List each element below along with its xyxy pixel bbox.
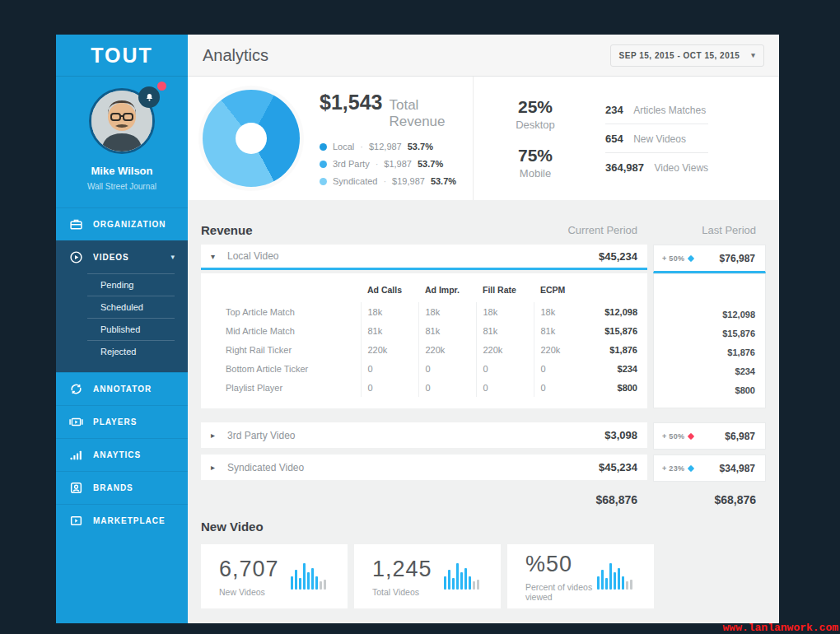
change-percent: + 50% (662, 254, 684, 263)
sidebar-group-videos: VIDEOS ▾ Pending Scheduled Published Rej… (56, 240, 188, 372)
detail-last-period-panel: $12,098 $15,876 $1,876 $234 $800 (653, 273, 766, 408)
new-video-section: New Video 6,707 New Videos (188, 515, 779, 608)
col-fill-rate: Fill Rate (476, 278, 534, 302)
3rd-party-last-period: + 50% $6,987 (653, 422, 766, 450)
trend-down-icon (688, 432, 694, 439)
sidebar-subitem-pending[interactable]: Pending (87, 273, 175, 296)
page-title: Analytics (203, 46, 268, 65)
main-area: Analytics SEP 15, 2015 - OCT 15, 2015 ▾ … (188, 35, 779, 623)
chevron-right-icon: ▸ (211, 431, 227, 440)
outer-frame: TOUT (0, 0, 840, 634)
sidebar-subitem-scheduled[interactable]: Scheduled (87, 296, 175, 318)
date-range-picker[interactable]: SEP 15, 2015 - OCT 15, 2015 ▾ (610, 44, 764, 67)
last-period-value: $12,098 (654, 305, 755, 324)
mobile-label: Mobile (474, 167, 597, 179)
table-row: Top Article Match 18k 18k 18k 18k $12,09… (226, 302, 637, 321)
revenue-overview: $1,543 Total Revenue Local · $12,987 53.… (188, 77, 474, 200)
play-circle-icon (69, 250, 83, 264)
local-video-row[interactable]: ▾ Local Video $45,234 (201, 245, 647, 270)
sidebar-subitem-rejected[interactable]: Rejected (87, 340, 175, 362)
notification-badge (156, 80, 168, 92)
table-row: Right Rail Ticker 220k 220k 220k 220k $1… (226, 340, 637, 359)
chevron-down-icon: ▾ (751, 51, 755, 59)
legend-dot-3rd-party (320, 161, 327, 168)
desktop-percent: 25% (474, 97, 597, 117)
overview-panel: $1,543 Total Revenue Local · $12,987 53.… (188, 77, 779, 200)
col-ad-calls: Ad Calls (361, 278, 418, 302)
legend-item: 3rd Party · $1,987 53.7% (320, 159, 473, 169)
sidebar-item-annotator[interactable]: ANNOTATOR (56, 372, 188, 405)
marketplace-icon (69, 514, 83, 528)
logo-area[interactable]: TOUT (56, 35, 188, 77)
revenue-group-3rd-party: ▸ 3rd Party Video $3,098 + 50% $6,987 (201, 422, 766, 450)
top-header: Analytics SEP 15, 2015 - OCT 15, 2015 ▾ (188, 35, 779, 77)
last-period-header: Last Period (653, 224, 766, 236)
3rd-party-last-value: $6,987 (725, 431, 755, 442)
syndicated-video-row[interactable]: ▸ Syndicated Video $45,234 (201, 455, 647, 480)
col-ad-impr: Ad Impr. (418, 278, 476, 302)
current-period-header: Current Period (567, 224, 647, 236)
table-row: Playlist Player 0 0 0 0 $800 (226, 378, 637, 397)
person-badge-icon (69, 481, 83, 495)
sidebar-item-marketplace[interactable]: MARKETPLACE (56, 504, 188, 537)
detail-table: Ad Calls Ad Impr. Fill Rate ECPM Top Art… (226, 278, 637, 397)
revenue-group-local-video: ▾ Local Video $45,234 + 50% $76,987 (201, 245, 766, 273)
stat-articles-matches: 234 Articles Matches (605, 96, 708, 124)
revenue-title: Revenue (201, 223, 253, 237)
app-window: TOUT (56, 35, 779, 623)
table-row: Bottom Article Ticker 0 0 0 0 $234 (226, 359, 637, 378)
change-percent: + 50% (662, 432, 684, 441)
sidebar-item-brands[interactable]: BRANDS (56, 471, 188, 504)
last-period-value: $1,876 (654, 343, 755, 361)
last-period-value: $15,876 (654, 324, 755, 343)
detail-table-panel: Ad Calls Ad Impr. Fill Rate ECPM Top Art… (201, 273, 647, 408)
revenue-donut-chart (203, 90, 300, 187)
chevron-right-icon: ▸ (211, 463, 227, 472)
last-period-value: $800 (654, 380, 755, 399)
table-row: Mid Article Match 81k 81k 81k 81k $15,87… (226, 321, 637, 340)
new-video-title: New Video (201, 520, 264, 534)
3rd-party-current-value: $3,098 (604, 429, 637, 441)
sidebar-item-anaytics[interactable]: ANAYTICS (56, 438, 188, 471)
3rd-party-video-row[interactable]: ▸ 3rd Party Video $3,098 (201, 422, 647, 448)
total-last-period: $68,876 (653, 488, 766, 511)
sparkline-chart (597, 563, 632, 590)
legend-item: Syndicated · $19,987 53.7% (320, 176, 473, 186)
date-range-label: SEP 15, 2015 - OCT 15, 2015 (619, 51, 740, 60)
sidebar-item-players[interactable]: PLAYERS (56, 405, 188, 438)
card-total-videos: 1,245 Total Videos (354, 544, 501, 608)
new-video-cards: 6,707 New Videos 1,245 Total Videos (201, 544, 766, 608)
total-revenue-label: Total Revenue (389, 97, 473, 130)
sidebar-item-videos[interactable]: VIDEOS ▾ (56, 240, 188, 273)
legend-item: Local · $12,987 53.7% (320, 142, 473, 152)
last-period-value: $234 (654, 361, 755, 380)
notifications-button[interactable] (138, 86, 160, 108)
stats-overview: 25% Desktop 75% Mobile 234 Article (474, 77, 779, 200)
trend-up-icon (688, 254, 694, 261)
local-video-last-value: $76,987 (720, 253, 755, 264)
trend-up-icon (688, 464, 694, 471)
bell-icon (144, 92, 155, 103)
revenue-section-header: Revenue Current Period Last Period (201, 215, 766, 245)
sidebar-subitem-published[interactable]: Published (87, 318, 175, 340)
watermark-text: www.lanlanwork.com (723, 622, 838, 634)
card-new-videos: 6,707 New Videos (201, 544, 348, 608)
sparkline-chart (444, 563, 479, 590)
desktop-label: Desktop (474, 119, 597, 131)
local-video-detail: Ad Calls Ad Impr. Fill Rate ECPM Top Art… (201, 273, 766, 408)
user-profile: Mike Wilson Wall Street Journal (56, 77, 188, 207)
loop-icon (69, 382, 83, 396)
briefcase-icon (69, 217, 83, 231)
stat-new-videos: 654 New Videos (605, 124, 708, 152)
sidebar-item-organization[interactable]: ORGANIZATION (56, 207, 188, 240)
syndicated-last-period: + 23% $34,987 (653, 455, 766, 482)
revenue-section: Revenue Current Period Last Period ▾ Loc… (188, 215, 779, 511)
sidebar-nav: ORGANIZATION VIDEOS ▾ Pending Scheduled (56, 207, 188, 537)
user-organization: Wall Street Journal (56, 182, 188, 191)
legend-dot-syndicated (320, 178, 327, 185)
local-video-current-value: $45,234 (599, 250, 637, 263)
stat-video-views: 364,987 Video Views (605, 152, 708, 181)
revenue-group-syndicated: ▸ Syndicated Video $45,234 + 23% $34,987 (201, 455, 766, 482)
device-split: 25% Desktop 75% Mobile (474, 97, 597, 179)
main-content: $1,543 Total Revenue Local · $12,987 53.… (188, 77, 779, 623)
